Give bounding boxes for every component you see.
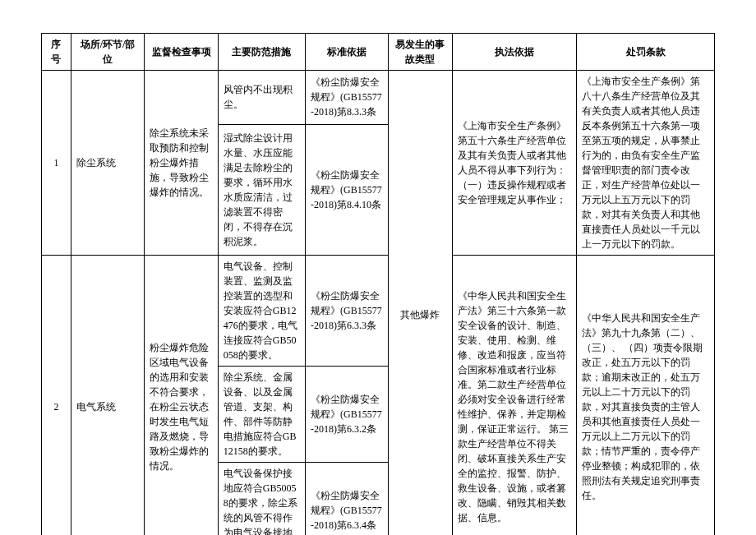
cell-std: 《粉尘防爆安全规程》(GB15577-2018)第6.3.2条 [306,367,389,463]
cell-meas: 湿式除尘设计用水量、水压应能满足去除粉尘的要求，循环用水水质应清洁，过滤装置不得… [218,124,305,255]
cell-meas: 电气设备保护接地应符合GB50058的要求，除尘系统的风管不得作为电气设备接地导… [218,463,305,536]
header-legal: 执法依据 [453,34,577,71]
cell-idx: 1 [42,71,71,256]
table-row: 2 电气系统 粉尘爆炸危险区域电气设备的选用和安装不符合要求，在粉尘云状态时发生… [42,256,715,367]
inspection-table: 序号 场所/环节/部位 监督检查事项 主要防范措施 标准依据 易发生的事故类型 … [41,33,715,535]
table-row: 1 除尘系统 除尘系统未采取预防和控制粉尘爆炸措施，导致粉尘爆炸的情况。 风管内… [42,71,715,125]
cell-loc: 除尘系统 [71,71,145,256]
cell-acc: 其他爆炸 [388,71,452,536]
cell-meas: 除尘系统、金属设备、以及金属管道、支架、构件、部件等防静电措施应符合GB1215… [218,367,305,463]
cell-legal: 《中华人民共和国安全生产法》第三十六条第一款安全设备的设计、制造、安装、使用、检… [453,256,577,536]
cell-pen: 《中华人民共和国安全生产法》第九十九条第（二）、（三）、 （四）项责令限期改正，… [577,256,715,536]
header-std: 标准依据 [306,34,389,71]
cell-std: 《粉尘防爆安全规程》(GB15577-2018)第8.3.3条 [306,71,389,125]
cell-std: 《粉尘防爆安全规程》(GB15577-2018)第6.3.4条 [306,463,389,536]
header-meas: 主要防范措施 [218,34,305,71]
cell-meas: 电气设备、控制装置、监测及监控装置的选型和安装应符合GB12476的要求，电气连… [218,256,305,367]
cell-loc: 电气系统 [71,256,145,536]
cell-meas: 风管内不出现积尘。 [218,71,305,125]
header-row: 序号 场所/环节/部位 监督检查事项 主要防范措施 标准依据 易发生的事故类型 … [42,34,715,71]
header-loc: 场所/环节/部位 [71,34,145,71]
header-acc: 易发生的事故类型 [388,34,452,71]
cell-std: 《粉尘防爆安全规程》(GB15577-2018)第8.4.10条 [306,124,389,255]
cell-item: 除尘系统未采取预防和控制粉尘爆炸措施，导致粉尘爆炸的情况。 [145,71,219,256]
cell-item: 粉尘爆炸危险区域电气设备的选用和安装不符合要求，在粉尘云状态时发生电气短路及燃烧… [145,256,219,536]
cell-pen: 《上海市安全生产条例》第八十八条生产经营单位及其有关负责人或者其他人员违反本条例… [577,71,715,256]
header-item: 监督检查事项 [145,34,219,71]
cell-legal: 《上海市安全生产条例》第五十六条生产经营单位及其有关负责人或者其他人员不得从事下… [453,71,577,256]
cell-idx: 2 [42,256,71,536]
cell-std: 《粉尘防爆安全规程》(GB15577-2018)第6.3.3条 [306,256,389,367]
header-pen: 处罚条款 [577,34,715,71]
header-idx: 序号 [42,34,71,71]
